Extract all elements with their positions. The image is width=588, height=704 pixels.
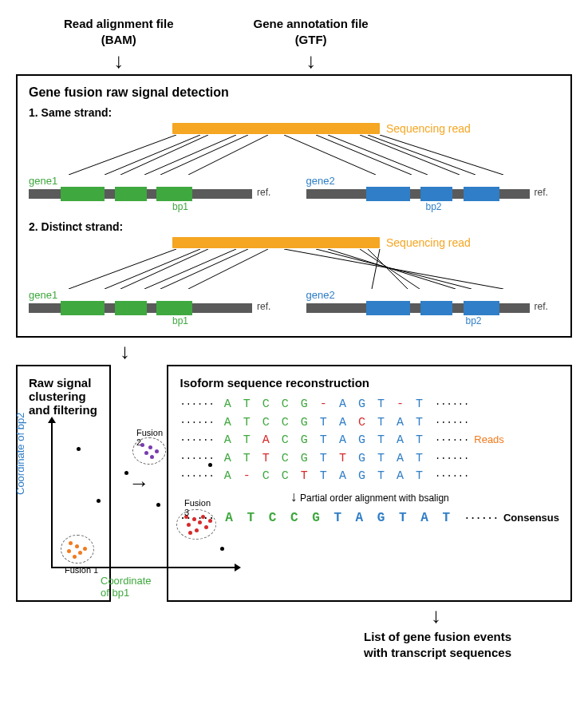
fusion1-label: Fusion 1 (65, 565, 98, 575)
svg-line-19 (316, 249, 472, 289)
sequencing-read-bar (172, 237, 380, 248)
isoform-title: Isoform sequence reconstruction (180, 376, 559, 390)
svg-line-4 (160, 135, 248, 175)
distinct-strand-heading: 2. Distinct strand: (29, 220, 559, 233)
ref-label: ref. (535, 301, 548, 312)
bp1-label: bp1 (164, 315, 196, 326)
cluster-dot (198, 520, 202, 524)
svg-line-10 (368, 135, 476, 175)
bam-line1: Read alignment file (64, 17, 174, 30)
detection-panel: Gene fusion raw signal detection 1. Same… (16, 74, 572, 338)
gene2-label: gene2 (306, 175, 560, 187)
read-row: ······ A - C C T T A G T A T ······ (180, 468, 559, 486)
reference-tracks-row: gene1 ref. bp1 gene2 ref. bp2 (29, 175, 559, 212)
bp2-label: bp2 (458, 315, 490, 326)
read-row: ······ A T A C G T A G T A T ······Reads (180, 432, 559, 450)
reads-block: ······ A T C C G - A G T - T ···········… (180, 396, 559, 486)
noise-dot (156, 503, 160, 507)
fusion2-label: Fusion 2 (136, 428, 163, 447)
cluster-dot (73, 555, 77, 559)
mapping-lines-svg (29, 135, 539, 175)
clustering-title: Raw signal clustering and filtering (29, 376, 98, 417)
sequencing-read-label: Sequencing read (386, 236, 471, 249)
noise-dot (77, 447, 81, 451)
cluster-circle (61, 535, 94, 564)
ref-label: ref. (535, 187, 548, 198)
read-row: ······ A T C C G T A C T A T ······ (180, 414, 559, 433)
cluster-dot (75, 544, 79, 548)
svg-line-0 (69, 135, 176, 175)
same-strand-heading: 1. Same strand: (29, 106, 559, 119)
input-bam: Read alignment file (BAM) ↓ (64, 16, 174, 74)
svg-line-20 (328, 249, 456, 289)
consensus-row: ······ A T C C G T A G T A T ······Conse… (180, 508, 559, 528)
noise-dot (124, 471, 128, 475)
cluster-dot (67, 549, 71, 553)
svg-line-13 (105, 249, 200, 289)
svg-line-23 (372, 249, 380, 289)
cluster-plot: Coordinate of bp2 Coordinate of bp1 Fusi… (29, 423, 98, 591)
cluster-dot (208, 519, 212, 523)
x-axis-label: Coordinate of bp1 (101, 575, 152, 599)
cluster-dot (195, 528, 199, 532)
top-inputs: Read alignment file (BAM) ↓ Gene annotat… (64, 16, 572, 74)
svg-line-17 (188, 249, 268, 289)
gtf-line2: (GTF) (295, 33, 327, 46)
ref-label: ref. (257, 187, 270, 198)
sequencing-read-label: Sequencing read (386, 122, 471, 135)
svg-line-2 (120, 135, 208, 175)
svg-line-21 (360, 249, 420, 289)
cluster-dot (155, 449, 159, 453)
ref-label: ref. (257, 301, 270, 312)
cluster-dot (69, 541, 73, 545)
arrow-down-icon: ↓ (64, 50, 174, 71)
gene2-track: gene2 ref. bp2 (306, 175, 560, 212)
bp2-label: bp2 (418, 201, 450, 212)
gene2-track: gene2 ref. bp2 (306, 289, 560, 326)
cluster-dot (150, 455, 154, 459)
noise-dot (220, 547, 224, 551)
svg-line-1 (105, 135, 200, 175)
gene1-label: gene1 (29, 175, 282, 187)
sequencing-read-row-2: Sequencing read (172, 236, 559, 249)
y-axis (51, 423, 53, 567)
read-row: ······ A T T C G T T G T A T ······ (180, 450, 559, 469)
svg-line-8 (328, 135, 428, 175)
output-line2: with transcript sequences (364, 646, 511, 659)
output-label: List of gene fusion events with transcri… (303, 629, 572, 660)
reference-tracks-row-2: gene1 ref. bp1 gene2 ref. bp2 (29, 289, 559, 326)
output-line1: List of gene fusion events (364, 630, 511, 643)
cluster-dot (144, 451, 148, 455)
arrow-down-icon: ↓ (120, 341, 572, 362)
cluster-dot (78, 551, 82, 555)
clustering-panel: Raw signal clustering and filtering Coor… (16, 365, 111, 602)
cluster-dot (188, 531, 192, 535)
cluster-dot (187, 523, 191, 527)
bp1-label: bp1 (164, 201, 196, 212)
bam-line2: (BAM) (101, 33, 136, 46)
poa-caption: ↓ Partial order alignment with bsalign (180, 489, 559, 504)
gene2-label: gene2 (306, 289, 560, 301)
gene1-track: gene1 ref. bp1 (29, 175, 282, 212)
input-gtf: Gene annotation file (GTF) ↓ (254, 16, 369, 74)
cluster-dot (192, 517, 196, 521)
read-row: ······ A T C C G - A G T - T ······ (180, 396, 559, 414)
gene1-label: gene1 (29, 289, 282, 301)
svg-line-9 (360, 135, 460, 175)
cluster-dot (204, 525, 208, 529)
arrow-down-icon: ↓ (254, 50, 369, 71)
noise-dot (208, 463, 212, 467)
noise-dot (97, 499, 101, 503)
svg-line-12 (69, 249, 176, 289)
arrow-down-icon: ↓ (431, 605, 572, 626)
cluster-dot (83, 547, 87, 551)
svg-line-14 (120, 249, 208, 289)
sequencing-read-bar (172, 123, 380, 134)
svg-line-15 (144, 249, 236, 289)
sequencing-read-row: Sequencing read (172, 122, 559, 135)
svg-line-22 (368, 249, 408, 289)
fusion3-label: Fusion 3 (184, 498, 211, 517)
consensus-block: ······ A T C C G T A G T A T ······Conse… (180, 508, 559, 528)
y-axis-label: Coordinate of bp2 (14, 413, 26, 495)
mapping-lines-svg-2 (29, 249, 539, 289)
